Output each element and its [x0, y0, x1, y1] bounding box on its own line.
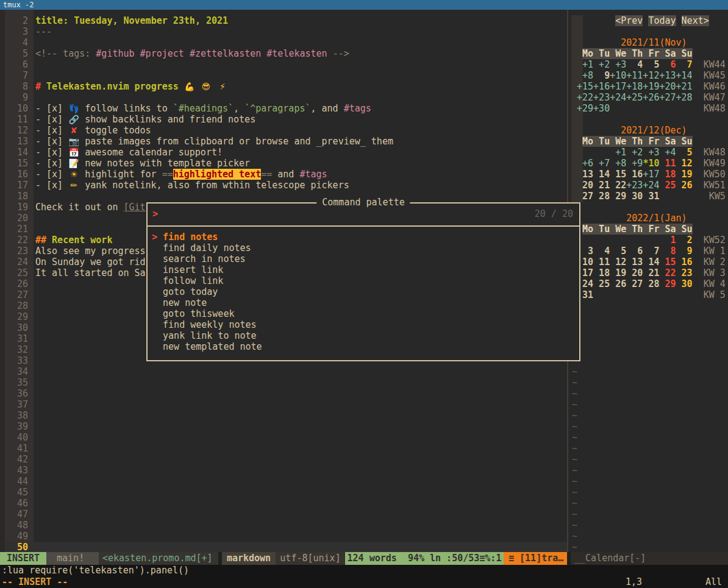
editor-line-34[interactable]: 34 [0, 366, 567, 377]
editor-line-7[interactable]: 7 [0, 70, 567, 81]
palette-item-find-weekly-notes[interactable]: find weekly notes [148, 319, 579, 330]
editor-line-6[interactable]: 6 [0, 59, 567, 70]
calendar-days[interactable]: 10 11 12 13 14 [577, 257, 659, 267]
calendar-days[interactable]: 18 [659, 169, 676, 180]
calendar-days[interactable]: +8 [577, 70, 593, 81]
calendar-days[interactable]: 8 [659, 246, 676, 257]
calendar-days[interactable]: +6 +7 +8 +9 [577, 158, 643, 169]
calendar-row: 13 14 15 16+17 18 19 KW50 [577, 169, 726, 180]
editor-line-12[interactable]: 12- [x] ✘ toggle todos [0, 125, 567, 136]
calendar-days[interactable]: 26 [676, 180, 693, 191]
editor-line-42[interactable]: 42 [0, 454, 567, 465]
line-number: 7 [0, 70, 28, 81]
palette-item-goto-today[interactable]: goto today [148, 286, 579, 297]
editor-line-49[interactable]: 49 [0, 531, 567, 542]
palette-item-search-in-notes[interactable]: search in notes [148, 253, 579, 264]
editor-line-2[interactable]: 2title: Tuesday, November 23th, 2021 [0, 15, 567, 26]
editor-line-11[interactable]: 11- [x] 🔗 show backlinks and friend note… [0, 114, 567, 125]
calendar-days[interactable]: 27 28 29 30 31 [577, 191, 659, 202]
calendar-days[interactable]: 9 [676, 246, 693, 257]
editor-line-50[interactable]: 50 [0, 542, 567, 553]
calendar-days[interactable]: +15+16+17+18+19+20+21 [577, 81, 693, 92]
palette-item-goto-thisweek[interactable]: goto thisweek [148, 308, 579, 319]
palette-item-follow-link[interactable]: follow link [148, 275, 579, 286]
command-line[interactable]: :lua require('telekasten').panel() [0, 565, 728, 576]
text-segment: awesome calendar support! [79, 147, 223, 158]
line-number: 19 [0, 202, 28, 213]
editor-line-45[interactable]: 45 [0, 487, 567, 498]
editor-line-41[interactable]: 41 [0, 443, 567, 454]
palette-item-insert-link[interactable]: insert link [148, 264, 579, 275]
editor-line-39[interactable]: 39 [0, 421, 567, 432]
editor-line-36[interactable]: 36 [0, 388, 567, 399]
calendar-days[interactable]: 30 [676, 278, 693, 289]
editor-line-40[interactable]: 40 [0, 432, 567, 443]
cal-next-button[interactable]: Next> [682, 15, 709, 26]
editor-line-13[interactable]: 13- [x] 📷 paste images from clipboard or… [0, 136, 567, 147]
editor-line-48[interactable]: 48 [0, 520, 567, 531]
calendar-days[interactable]: 22 [659, 267, 676, 278]
calendar-days[interactable]: 6 [659, 59, 676, 70]
palette-prompt-input[interactable]: > 20 / 20 [148, 204, 579, 227]
calendar-days[interactable]: 29 [659, 278, 676, 289]
calendar-days[interactable]: +1 +2 +3 +4 [610, 147, 676, 158]
calendar-days[interactable]: 7 [676, 59, 693, 70]
calendar-days[interactable]: +29+30 [577, 103, 610, 114]
editor-line-17[interactable]: 17- [x] ✏ yank notelink, also from wthin… [0, 180, 567, 191]
calendar-days[interactable]: +1 +2 +3 [577, 59, 626, 70]
calendar-days[interactable]: +10+11+12+13+14 [610, 70, 692, 81]
calendar-today[interactable]: *10 [643, 158, 659, 169]
cal-prev-button[interactable]: <Prev [615, 15, 643, 26]
cal-today-button[interactable]: Today [648, 15, 676, 26]
calendar-days[interactable]: 23 [676, 267, 693, 278]
calendar-days[interactable]: 25 [659, 180, 676, 191]
editor-line-5[interactable]: 5<!-- tags: #github #project #zettelkast… [0, 48, 567, 59]
editor-line-37[interactable]: 37 [0, 399, 567, 410]
calendar-days[interactable]: 1 [659, 235, 676, 246]
calendar-days[interactable]: +23+24 [626, 180, 659, 191]
calendar-days[interactable]: +17 [643, 169, 659, 180]
text-segment [195, 81, 201, 92]
calendar-days[interactable]: 20 21 22 [577, 180, 626, 191]
editor-line-14[interactable]: 14- [x] 📅 awesome calendar support! [0, 147, 567, 158]
editor-line-8[interactable]: 8# Telekasten.nvim progress 💪 😎 ⚡ [0, 81, 567, 92]
calendar-days[interactable]: 17 18 19 20 21 [577, 267, 659, 278]
calendar-days[interactable]: 19 [676, 169, 693, 180]
editor-line-16[interactable]: 16- [x] ☀ highlight for ==highlighted te… [0, 169, 567, 180]
editor-line-9[interactable]: 9 [0, 92, 567, 103]
calendar-days[interactable]: 12 [676, 158, 693, 169]
palette-item-new-note[interactable]: new note [148, 297, 579, 308]
calendar-days[interactable]: 9 [593, 70, 610, 81]
calendar-days[interactable]: 24 25 26 27 28 [577, 278, 659, 289]
editor-line-35[interactable]: 35 [0, 377, 567, 388]
text-segment: == [162, 169, 173, 180]
calendar-days[interactable]: +22+23+24+25+26+27+28 [577, 92, 693, 103]
calendar-days[interactable]: 11 [659, 158, 676, 169]
calendar-days[interactable]: 4 5 [626, 59, 659, 70]
editor-line-18[interactable]: 18 [0, 191, 567, 202]
buffer-tab-segment[interactable]: ≡ [11]tra… [504, 552, 567, 565]
editor-line-44[interactable]: 44 [0, 476, 567, 487]
editor-line-4[interactable]: 4 [0, 37, 567, 48]
text-segment: Recent work [52, 235, 112, 246]
palette-item-new-templated-note[interactable]: new templated note [148, 341, 579, 352]
palette-item-find-daily-notes[interactable]: find daily notes [148, 243, 579, 253]
editor-line-47[interactable]: 47 [0, 509, 567, 520]
palette-item-yank-link-to-note[interactable]: yank link to note [148, 330, 579, 341]
editor-line-10[interactable]: 10- [x] 👣 follow links to `#headings`, `… [0, 103, 567, 114]
editor-line-46[interactable]: 46 [0, 498, 567, 509]
calendar-days[interactable]: 16 [676, 257, 693, 267]
line-text [28, 531, 35, 542]
calendar-days[interactable]: 15 [659, 257, 676, 267]
calendar-days[interactable]: 13 14 15 16 [577, 169, 643, 180]
editor-line-15[interactable]: 15- [x] 📝 new notes with template picker [0, 158, 567, 169]
editor-line-43[interactable]: 43 [0, 465, 567, 476]
editor-line-38[interactable]: 38 [0, 410, 567, 421]
palette-item-find-notes[interactable]: > find notes [148, 232, 579, 243]
empty-line-tilde: ~ [572, 366, 577, 377]
calendar-days[interactable]: 5 [676, 147, 693, 158]
calendar-days[interactable]: 2 [676, 235, 693, 246]
editor-line-3[interactable]: 3--- [0, 26, 567, 37]
calendar-days[interactable]: 3 4 5 6 7 [577, 246, 659, 257]
line-number: 22 [0, 235, 28, 246]
